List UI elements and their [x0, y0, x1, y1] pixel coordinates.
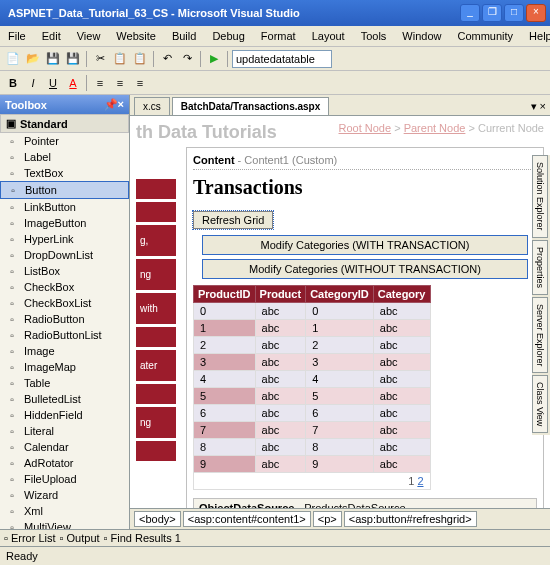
- toolbox-item-imagebutton[interactable]: ▫ImageButton: [0, 215, 129, 231]
- toolbox-item-button[interactable]: ▫Button: [0, 181, 129, 199]
- toolbox-item-linkbutton[interactable]: ▫LinkButton: [0, 199, 129, 215]
- nav-block[interactable]: g,: [136, 225, 176, 256]
- side-tab-server-explorer[interactable]: Server Explorer: [532, 297, 548, 374]
- toolbox-item-dropdownlist[interactable]: ▫DropDownList: [0, 247, 129, 263]
- nav-block[interactable]: ater: [136, 350, 176, 381]
- doc-tab[interactable]: x.cs: [134, 97, 170, 115]
- table-row[interactable]: 2abc2abc: [194, 337, 431, 354]
- align-left-icon[interactable]: ≡: [91, 74, 109, 92]
- menu-window[interactable]: Window: [398, 28, 445, 44]
- tab-dropdown-icon[interactable]: ▾: [531, 100, 537, 113]
- menu-view[interactable]: View: [73, 28, 105, 44]
- align-center-icon[interactable]: ≡: [111, 74, 129, 92]
- modify-with-transaction-button[interactable]: Modify Categories (WITH TRANSACTION): [202, 235, 529, 255]
- open-icon[interactable]: 📂: [24, 50, 42, 68]
- play-icon[interactable]: ▶: [205, 50, 223, 68]
- grid-header[interactable]: CategoryID: [306, 286, 374, 303]
- side-tab-class-view[interactable]: Class View: [532, 375, 548, 433]
- grid-header[interactable]: ProductID: [194, 286, 256, 303]
- table-row[interactable]: 4abc4abc: [194, 371, 431, 388]
- paste-icon[interactable]: 📋: [131, 50, 149, 68]
- products-gridview[interactable]: ProductIDProductCategoryIDCategory0abc0a…: [193, 285, 431, 490]
- toolbox-item-wizard[interactable]: ▫Wizard: [0, 487, 129, 503]
- tag-crumb[interactable]: <body>: [134, 511, 181, 527]
- design-canvas[interactable]: th Data Tutorials Root Node > Parent Nod…: [130, 116, 550, 508]
- maximize-button[interactable]: □: [504, 4, 524, 22]
- tag-crumb[interactable]: <p>: [313, 511, 342, 527]
- new-icon[interactable]: 📄: [4, 50, 22, 68]
- grid-header[interactable]: Product: [255, 286, 306, 303]
- menu-format[interactable]: Format: [257, 28, 300, 44]
- nav-block[interactable]: [136, 384, 176, 404]
- toolbox-item-pointer[interactable]: ▫Pointer: [0, 133, 129, 149]
- table-row[interactable]: 1abc1abc: [194, 320, 431, 337]
- nav-block[interactable]: [136, 441, 176, 461]
- side-tab-properties[interactable]: Properties: [532, 240, 548, 295]
- bottom-tab-find-results-1[interactable]: ▫ Find Results 1: [104, 532, 181, 544]
- side-tab-solution-explorer[interactable]: Solution Explorer: [532, 155, 548, 238]
- table-row[interactable]: 8abc8abc: [194, 439, 431, 456]
- menu-file[interactable]: File: [4, 28, 30, 44]
- bottom-tab-error-list[interactable]: ▫ Error List: [4, 532, 56, 544]
- toolbox-item-image[interactable]: ▫Image: [0, 343, 129, 359]
- nav-block[interactable]: [136, 202, 176, 222]
- nav-block[interactable]: [136, 179, 176, 199]
- toolbox-item-checkbox[interactable]: ▫CheckBox: [0, 279, 129, 295]
- nav-block[interactable]: with: [136, 293, 176, 324]
- table-row[interactable]: 5abc5abc: [194, 388, 431, 405]
- toolbox-item-radiobuttonlist[interactable]: ▫RadioButtonList: [0, 327, 129, 343]
- italic-icon[interactable]: I: [24, 74, 42, 92]
- menu-community[interactable]: Community: [453, 28, 517, 44]
- tag-crumb[interactable]: <asp:content#content1>: [183, 511, 311, 527]
- list-icon[interactable]: ≡: [131, 74, 149, 92]
- pager-link[interactable]: 2: [417, 475, 423, 487]
- toolbox-item-adrotator[interactable]: ▫AdRotator: [0, 455, 129, 471]
- toolbox-item-label[interactable]: ▫Label: [0, 149, 129, 165]
- cut-icon[interactable]: ✂: [91, 50, 109, 68]
- grid-header[interactable]: Category: [373, 286, 430, 303]
- doc-tab-active[interactable]: BatchData/Transactions.aspx: [172, 97, 330, 115]
- table-row[interactable]: 9abc9abc: [194, 456, 431, 473]
- toolbox-item-xml[interactable]: ▫Xml: [0, 503, 129, 519]
- table-row[interactable]: 3abc3abc: [194, 354, 431, 371]
- toolbox-item-listbox[interactable]: ▫ListBox: [0, 263, 129, 279]
- toolbox-item-hyperlink[interactable]: ▫HyperLink: [0, 231, 129, 247]
- table-row[interactable]: 7abc7abc: [194, 422, 431, 439]
- close-button[interactable]: ×: [526, 4, 546, 22]
- tag-crumb[interactable]: <asp:button#refreshgrid>: [344, 511, 477, 527]
- menu-debug[interactable]: Debug: [208, 28, 248, 44]
- copy-icon[interactable]: 📋: [111, 50, 129, 68]
- toolbox-item-multiview[interactable]: ▫MultiView: [0, 519, 129, 529]
- find-input[interactable]: [232, 50, 332, 68]
- pin-icon[interactable]: 📌×: [104, 98, 124, 111]
- toolbox-item-table[interactable]: ▫Table: [0, 375, 129, 391]
- redo-icon[interactable]: ↷: [178, 50, 196, 68]
- objectdatasource-label[interactable]: ObjectDataSource - ProductsDataSource: [193, 498, 537, 508]
- toolbox-item-bulletedlist[interactable]: ▫BulletedList: [0, 391, 129, 407]
- toolbox-item-hiddenfield[interactable]: ▫HiddenField: [0, 407, 129, 423]
- toolbox-item-textbox[interactable]: ▫TextBox: [0, 165, 129, 181]
- font-color-icon[interactable]: A: [64, 74, 82, 92]
- save-all-icon[interactable]: 💾: [64, 50, 82, 68]
- toolbox-item-imagemap[interactable]: ▫ImageMap: [0, 359, 129, 375]
- nav-block[interactable]: ng: [136, 259, 176, 290]
- toolbox-item-radiobutton[interactable]: ▫RadioButton: [0, 311, 129, 327]
- menu-layout[interactable]: Layout: [308, 28, 349, 44]
- toolbox-category[interactable]: ▣ Standard: [0, 114, 129, 133]
- undo-icon[interactable]: ↶: [158, 50, 176, 68]
- menu-build[interactable]: Build: [168, 28, 200, 44]
- bottom-tab-output[interactable]: ▫ Output: [60, 532, 100, 544]
- minimize-button[interactable]: _: [460, 4, 480, 22]
- toolbox-item-calendar[interactable]: ▫Calendar: [0, 439, 129, 455]
- menu-website[interactable]: Website: [112, 28, 160, 44]
- underline-icon[interactable]: U: [44, 74, 62, 92]
- nav-block[interactable]: ng: [136, 407, 176, 438]
- menu-help[interactable]: Help: [525, 28, 550, 44]
- content-placeholder[interactable]: Content - Content1 (Custom) Transactions…: [186, 147, 544, 508]
- bold-icon[interactable]: B: [4, 74, 22, 92]
- toolbox-item-fileupload[interactable]: ▫FileUpload: [0, 471, 129, 487]
- modify-without-transaction-button[interactable]: Modify Categories (WITHOUT TRANSACTION): [202, 259, 529, 279]
- save-icon[interactable]: 💾: [44, 50, 62, 68]
- refresh-grid-button[interactable]: Refresh Grid: [193, 211, 273, 229]
- table-row[interactable]: 6abc6abc: [194, 405, 431, 422]
